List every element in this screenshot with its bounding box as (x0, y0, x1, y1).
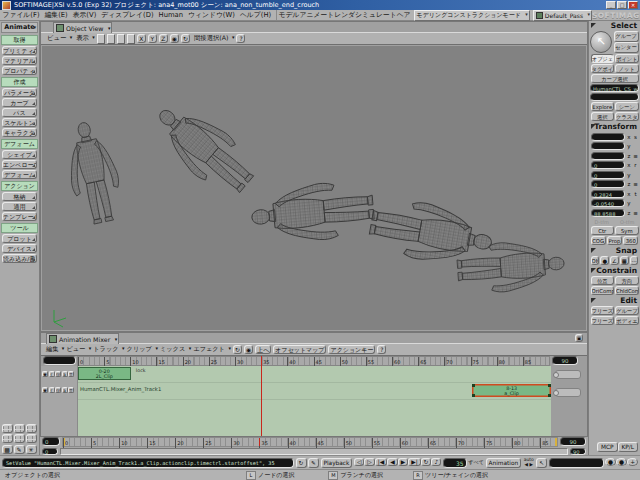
track-state-button[interactable]: m (55, 371, 61, 377)
axis-x-button[interactable]: X (137, 34, 146, 43)
left-panel-button[interactable]: プロパティ (2, 66, 37, 75)
range-end-field[interactable]: 90 (570, 448, 586, 455)
render-pass-dropdown[interactable]: Default_Pass (533, 10, 592, 21)
transform-value-field[interactable]: 0 (591, 180, 625, 188)
related-select-menu[interactable]: 間接選択(A) (192, 34, 234, 43)
left-panel-button[interactable]: デフォーム (2, 170, 37, 179)
left-panel-button[interactable]: エンベロープ (2, 160, 37, 169)
action-clip-selected[interactable]: 8-13 a_Clip (472, 384, 551, 397)
mixer-tab[interactable]: Animation Mixer (46, 333, 119, 344)
script-command-line[interactable]: SetValue "HumanCTL.Mixer.Mixer_Anim_Trac… (2, 458, 294, 468)
left-panel-button[interactable]: カーブ (2, 98, 37, 107)
scene-button[interactable]: シーン (615, 102, 639, 111)
range-start-field[interactable]: 0 (42, 448, 58, 455)
left-panel-button[interactable]: シェイプ (2, 150, 37, 159)
knot-filter-button[interactable]: ノット (615, 64, 639, 73)
left-panel-button[interactable]: キャラクタ (2, 128, 37, 137)
mixer-track-1[interactable]: 0-20 2L_Clip lock (78, 366, 551, 383)
selection-name-field[interactable]: HumanCTL_CS_waist (590, 84, 639, 92)
left-panel-button[interactable]: マテリアル (2, 56, 37, 65)
script-editor-icon[interactable]: ✎ (308, 458, 319, 468)
close-button[interactable]: ✕ (628, 1, 638, 9)
left-panel-button[interactable]: 格納 (2, 192, 37, 201)
point-filter-button[interactable]: ポイント (615, 54, 639, 63)
constrain-comp-button[interactable]: OriComp (591, 286, 615, 295)
panel-tab[interactable]: MCP (597, 442, 618, 452)
snap-button[interactable]: ∠ (610, 256, 619, 265)
transform-mode-button[interactable]: s (632, 134, 639, 140)
mixer-menu[interactable]: エフェクト (191, 345, 231, 352)
transport-button[interactable]: ◀ (387, 458, 397, 466)
tagged-point-button[interactable]: タグポイント (591, 64, 615, 73)
mixer-maximize-icon[interactable]: ▣ (575, 334, 583, 342)
layout-button[interactable] (2, 434, 13, 443)
transform-mode-button[interactable]: ≡ (632, 210, 639, 216)
layout-button[interactable] (14, 434, 25, 443)
select-tool-button[interactable]: ↖ (590, 31, 612, 53)
memo-cam-button[interactable] (127, 34, 135, 44)
transform-mode-button[interactable]: r (632, 162, 639, 168)
mixer-help-button[interactable]: ? (377, 345, 386, 354)
mixer-track-2[interactable]: HumanCTL.Mixer_Anim_Track1 8-13 a_Clip (78, 383, 551, 400)
view-menu[interactable]: ビュー (45, 34, 72, 43)
track-state-button[interactable]: a (62, 371, 68, 377)
selection-button[interactable]: 選択 (591, 112, 615, 121)
transform-value-field[interactable]: 0 (591, 161, 625, 169)
transform-mode-button[interactable]: ≡ (632, 181, 639, 187)
auto-key-control[interactable]: auto◀ ▶ (523, 458, 535, 467)
memo-button[interactable]: ● (605, 458, 616, 466)
current-frame-field[interactable]: 35 (443, 458, 467, 468)
transform-value-field[interactable] (591, 133, 625, 141)
refresh-icon[interactable]: ↻ (296, 458, 307, 468)
curve-select-button[interactable]: カーブ選択 (591, 74, 639, 83)
constrain-comp-button[interactable]: ChldComp (615, 286, 639, 295)
snap-button[interactable]: ON (591, 256, 600, 265)
mixer-menu[interactable]: ミックス (158, 345, 191, 352)
axis-z-button[interactable]: Z (159, 34, 168, 43)
selection-extra-field[interactable] (590, 93, 639, 101)
mixer-up-button[interactable]: 上へ (255, 345, 271, 354)
track-state-button[interactable]: m (55, 387, 61, 393)
lock-icon[interactable]: ◉ (170, 34, 179, 43)
menu-item[interactable]: ウィンドウ(W) (186, 11, 238, 19)
mixer-menu[interactable]: クリップ (125, 345, 158, 352)
transform-value-field[interactable]: 0 (591, 171, 625, 179)
axis-y-button[interactable]: Y (148, 34, 157, 43)
transform-option-button[interactable]: COG (591, 236, 606, 245)
memo-cam-button[interactable] (117, 34, 125, 44)
memo-cam-button[interactable] (107, 34, 115, 44)
wireframe-figure-2[interactable] (145, 93, 264, 204)
transform-option-button[interactable]: Prop (607, 236, 622, 245)
module-tab[interactable]: シミュレート (355, 10, 397, 20)
refresh-icon[interactable]: ↻ (181, 34, 190, 43)
viewport-tab[interactable]: Object View (53, 22, 112, 33)
memo-button[interactable]: + (627, 458, 638, 466)
track-state-button[interactable]: ◉ (42, 371, 48, 377)
left-panel-button[interactable]: 適用 (2, 202, 37, 211)
toolbar-mode-selector[interactable]: Animate (1, 22, 38, 33)
transform-mode-button[interactable]: t (632, 191, 639, 197)
constrain-button[interactable]: 方向 (615, 276, 639, 285)
action-clip[interactable]: 0-20 2L_Clip lock (78, 367, 131, 380)
mixer-end-frame-field[interactable]: 90 (552, 356, 578, 365)
action-key-button[interactable]: アクションキー (328, 345, 375, 354)
center-button[interactable]: センター (614, 42, 639, 53)
mixer-menu[interactable]: ビュー (64, 345, 91, 352)
left-panel-button[interactable]: パラメータ (2, 88, 37, 97)
transform-value-field[interactable] (591, 142, 625, 150)
transport-button[interactable]: ▷ (364, 458, 374, 466)
module-tab[interactable]: ヘア (397, 10, 411, 20)
module-tab[interactable]: レンダ (334, 10, 355, 20)
menu-item[interactable]: ファイル(F) (0, 11, 42, 19)
weight-slider[interactable] (555, 388, 581, 397)
wireframe-figure-1[interactable] (60, 118, 127, 227)
playback-button[interactable]: Playback (321, 458, 353, 468)
transport-button[interactable]: ▶ (398, 458, 408, 466)
transport-button[interactable]: ♪ (431, 458, 441, 466)
layout-button[interactable] (14, 424, 25, 433)
track-state-button[interactable]: ≡ (68, 371, 74, 377)
layout-button[interactable] (2, 424, 13, 433)
track-state-button[interactable]: r (49, 387, 55, 393)
menu-item[interactable]: ディスプレイ(D) (99, 11, 156, 19)
transform-option-button[interactable]: 360 (623, 236, 638, 245)
